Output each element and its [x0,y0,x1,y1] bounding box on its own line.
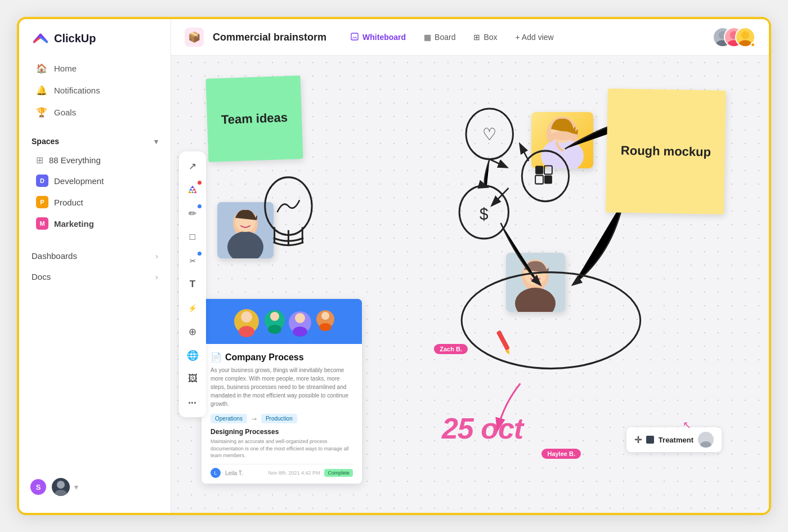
cursor-label-zach: Zach B. [434,344,468,354]
user-dropdown-arrow[interactable]: ▾ [74,482,78,491]
box-tab-label: Box [483,33,497,42]
nav-home-label: Home [54,64,77,73]
treatment-label: Treatment [659,436,693,444]
chevron-down-icon: ▾ [154,137,158,146]
doc-card-header [202,299,362,344]
svg-text:♡: ♡ [482,125,496,144]
svg-point-8 [741,31,749,39]
box-tab-icon: ⊞ [473,33,480,42]
nav-goals[interactable]: 🏆 Goals [24,101,166,123]
doc-footer-name: Leila T. [225,470,243,476]
tool-shape[interactable]: □ [182,227,203,247]
user-avatar-2[interactable] [52,478,70,496]
svg-text:$: $ [480,204,488,223]
sticky-yellow-text: Rough mockup [621,143,711,159]
tool-smart[interactable]: ⚡ [182,298,203,318]
spaces-label: Spaces [32,137,59,146]
home-icon: 🏠 [36,63,47,74]
toolbar-left: ↗ ✏ □ ✂ T ⚡ ⊕ 🌐 [179,151,206,417]
sticky-note-team-ideas[interactable]: Team ideas [205,75,303,162]
move-icon: ✛ [634,435,642,445]
sidebar-dashboards[interactable]: Dashboards › [24,245,166,266]
tool-text[interactable]: T [182,274,203,294]
treatment-color-box [646,436,654,444]
sidebar-item-marketing[interactable]: M Marketing [24,213,166,234]
person-image-top [531,112,593,168]
page-icon: 📦 [185,28,204,47]
svg-point-50 [295,313,305,323]
sidebar-docs[interactable]: Docs › [24,266,166,287]
svg-rect-24 [496,330,510,351]
logo-area[interactable]: ClickUp [19,29,171,57]
sidebar-footer: S ▾ [19,471,171,503]
view-tabs: Whiteboard ▦ Board ⊞ Box + Add view [342,29,562,46]
doc-card-flow: Operations → Production [211,414,353,423]
svg-point-2 [55,490,67,496]
spaces-section-header[interactable]: Spaces ▾ [19,132,171,150]
tool-connect[interactable]: ⊕ [182,321,203,342]
grid-icon: ⊞ [36,155,43,166]
svg-point-54 [319,323,332,331]
nav-notifications[interactable]: 🔔 Notifications [24,79,166,101]
svg-point-53 [321,312,329,320]
sidebar-item-development[interactable]: D Development [24,170,166,191]
whiteboard-canvas[interactable]: ↗ ✏ □ ✂ T ⚡ ⊕ 🌐 [171,56,769,513]
svg-point-9 [738,40,751,47]
collaborator-avatars [713,27,755,47]
sidebar-marketing-label: Marketing [54,219,94,229]
document-card[interactable]: 📄 Company Process As your business grows… [202,299,362,484]
flow-from: Operations [211,414,247,423]
board-tab-icon: ▦ [424,33,431,42]
svg-point-33 [551,131,574,140]
doc-card-body: 📄 Company Process As your business grows… [202,344,362,484]
tab-box[interactable]: ⊞ Box [465,29,505,45]
sidebar-item-everything[interactable]: ⊞ 88 Everything [24,150,166,170]
product-badge: P [36,196,48,208]
add-view-button[interactable]: + Add view [508,29,562,45]
treatment-card[interactable]: ✛ Treatment [626,427,722,452]
svg-point-55 [702,433,710,441]
board-tab-label: Board [435,33,455,42]
cursor-arrow: ↖ [683,419,691,431]
tool-select[interactable]: ↗ [182,156,203,176]
svg-point-47 [270,312,279,321]
sidebar-item-product[interactable]: P Product [24,191,166,213]
sticky-note-rough-mockup[interactable]: Rough mockup [606,88,726,214]
doc-footer-status: Complete [324,469,353,477]
trophy-icon: 🏆 [36,107,47,118]
tool-image[interactable]: 🖼 [182,369,203,389]
doc-sub-title: Designing Processes [211,428,353,436]
sidebar-development-label: Development [54,176,104,186]
tool-embed[interactable]: 🌐 [182,345,203,365]
doc-card-title: 📄 Company Process [211,352,353,363]
doc-footer-date: Nov 8th, 2021 4:42 PM [268,470,320,476]
topbar: 📦 Commercial brainstorm Whiteboard ▦ Boa… [171,19,769,56]
sticky-green-text: Team ideas [221,110,288,128]
nav-goals-label: Goals [54,108,76,117]
page-title: Commercial brainstorm [213,32,326,43]
svg-point-56 [700,441,711,448]
svg-point-31 [541,139,584,168]
nav-notifications-label: Notifications [54,86,100,95]
development-badge: D [36,175,48,187]
user-avatar-s[interactable]: S [29,478,47,496]
tool-more[interactable]: ••• [182,392,203,413]
oct-text: 25 oct [442,412,523,445]
topbar-avatars [713,27,755,47]
app-name: ClickUp [54,32,96,45]
tab-whiteboard[interactable]: Whiteboard [342,29,414,46]
whiteboard-tab-icon [350,32,359,43]
svg-rect-22 [544,176,552,184]
tab-board[interactable]: ▦ Board [416,29,463,45]
avatar-3 [740,27,755,47]
person-image-center [506,253,565,312]
bell-icon: 🔔 [36,85,47,96]
svg-point-44 [241,311,252,323]
flow-arrow-icon: → [250,414,258,423]
svg-point-16 [459,186,508,239]
marketing-badge: M [36,217,48,230]
sidebar-everything-label: 88 Everything [49,155,101,165]
doc-card-footer: L Leila T. Nov 8th, 2021 4:42 PM Complet… [211,464,353,478]
nav-home[interactable]: 🏠 Home [24,57,166,79]
svg-point-1 [57,481,65,489]
